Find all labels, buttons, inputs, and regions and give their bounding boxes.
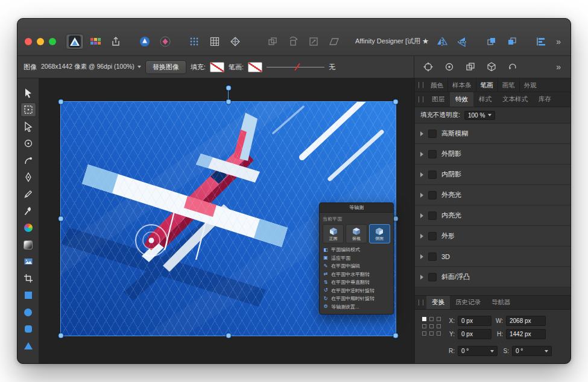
pixel-persona-button[interactable] [136, 34, 154, 49]
snapping-overflow-button[interactable]: » [552, 62, 564, 72]
iso-menu-item[interactable]: ↻在平面中顺时针旋转 [323, 295, 390, 303]
tab-appearance[interactable]: 外观 [520, 78, 541, 92]
selection-handle[interactable] [226, 333, 231, 339]
chevron-right-icon[interactable] [420, 172, 423, 177]
flip-horizontal-button[interactable] [433, 34, 451, 49]
selection-handle[interactable] [393, 333, 399, 339]
effect-row-outer-glow[interactable]: 外亮光 [415, 185, 571, 205]
effect-checkbox[interactable] [428, 211, 437, 220]
iso-menu-item[interactable]: ✎在平面中编辑 [323, 262, 390, 271]
chevron-right-icon[interactable] [420, 275, 423, 280]
selection-handle[interactable] [393, 99, 399, 105]
color-grid-button[interactable] [86, 34, 104, 49]
effect-row-bevel-emboss[interactable]: 斜面/浮凸 [415, 267, 571, 287]
tab-styles[interactable]: 样式 [473, 92, 497, 107]
chevron-right-icon[interactable] [420, 193, 423, 198]
cycle-selection-toggle[interactable] [441, 60, 457, 74]
transparency-tool[interactable] [21, 237, 36, 252]
replace-image-button[interactable]: 替换图像 [145, 60, 186, 74]
effect-row-inner-glow[interactable]: 内亮光 [415, 205, 571, 226]
tab-color[interactable]: 颜色 [426, 78, 448, 92]
duplicate-button[interactable] [264, 34, 282, 49]
tab-stock[interactable]: 库存 [533, 92, 557, 107]
fill-opacity-dropdown[interactable]: 100 % [464, 111, 495, 120]
share-button[interactable] [107, 34, 125, 49]
tab-navigator[interactable]: 导航器 [486, 296, 516, 309]
export-persona-button[interactable] [156, 34, 174, 49]
transform-origin-toggle[interactable] [420, 60, 436, 74]
corner-tool[interactable] [21, 153, 36, 168]
selection-handle[interactable] [58, 99, 64, 105]
iso-grid-button[interactable] [226, 34, 244, 49]
move-tool[interactable] [21, 86, 36, 100]
frame-tool[interactable] [21, 102, 36, 117]
selection-handle[interactable] [226, 99, 231, 105]
node-tool[interactable] [21, 119, 36, 134]
tab-stroke[interactable]: 笔画 [476, 78, 498, 92]
shear-object-button[interactable] [325, 34, 343, 49]
tab-brushes[interactable]: 画笔 [498, 78, 520, 92]
tab-text-styles[interactable]: 文本样式 [497, 92, 533, 107]
ellipse-tool[interactable] [21, 305, 36, 319]
toolbar-overflow-button[interactable]: » [552, 37, 564, 46]
transform-y-input[interactable]: 0 px [458, 329, 492, 339]
effect-checkbox[interactable] [428, 273, 437, 281]
move-backward-button[interactable] [503, 34, 521, 49]
zoom-window-button[interactable] [49, 38, 56, 45]
tab-transform[interactable]: 变换 [426, 296, 450, 309]
iso-menu-item[interactable]: ⇅在平面中垂直翻转 [323, 278, 390, 287]
place-image-tool[interactable] [21, 254, 36, 269]
rounded-rectangle-tool[interactable] [21, 322, 36, 336]
effect-checkbox[interactable] [428, 150, 437, 158]
selection-handle[interactable] [58, 216, 64, 222]
effect-checkbox[interactable] [428, 130, 437, 138]
chevron-right-icon[interactable] [420, 213, 423, 218]
rotation-handle[interactable] [226, 86, 231, 91]
rotate-object-button[interactable] [284, 34, 302, 49]
tab-swatches[interactable]: 样本条 [448, 78, 476, 92]
rectangle-tool[interactable] [21, 288, 36, 302]
dot-grid-button[interactable] [185, 34, 203, 49]
effect-checkbox[interactable] [428, 252, 437, 261]
selection-handle[interactable] [58, 333, 64, 339]
transform-w-input[interactable]: 2068 px [506, 316, 546, 326]
close-window-button[interactable] [25, 38, 32, 45]
anchor-point-selector[interactable] [422, 317, 441, 336]
transform-rotation-dropdown[interactable]: 0 ° [458, 346, 498, 356]
vector-brush-tool[interactable] [21, 204, 36, 218]
point-transform-tool[interactable] [21, 136, 36, 151]
transform-x-input[interactable]: 0 px [458, 316, 492, 326]
vector-crop-tool[interactable] [21, 271, 36, 286]
edit-all-layers-toggle[interactable] [463, 60, 478, 74]
fill-swatch[interactable] [210, 62, 224, 72]
transform-box-toggle[interactable] [484, 60, 499, 74]
iso-menu-item[interactable]: ▣适应平面 [323, 254, 390, 263]
chevron-right-icon[interactable] [420, 131, 423, 136]
effect-row-gaussian-blur[interactable]: 高斯模糊 [415, 124, 571, 144]
pencil-tool[interactable] [21, 187, 36, 201]
rotation-snap-toggle[interactable] [505, 60, 520, 74]
plane-top-button[interactable]: 俯视 [346, 224, 367, 243]
panel-grip[interactable] [419, 82, 423, 88]
triangle-tool[interactable] [21, 339, 36, 353]
effect-row-inner-shadow[interactable]: 内阴影 [415, 164, 571, 185]
minimize-window-button[interactable] [37, 38, 44, 45]
affinity-logo-button[interactable] [66, 34, 84, 49]
stroke-swatch[interactable] [248, 62, 262, 72]
fill-gradient-tool[interactable] [21, 221, 36, 235]
effect-row-outer-shadow[interactable]: 外阴影 [415, 144, 571, 164]
chevron-right-icon[interactable] [420, 234, 423, 239]
chevron-right-icon[interactable] [420, 152, 423, 157]
transform-h-input[interactable]: 1442 px [506, 329, 546, 339]
iso-menu-item[interactable]: ◧平面编辑模式 [323, 246, 390, 254]
scale-object-button[interactable] [305, 34, 323, 49]
flip-vertical-button[interactable] [454, 34, 472, 49]
image-size-dropdown[interactable]: 2068x1442 像素 @ 96dpi (100%) [41, 63, 141, 71]
plane-front-button[interactable]: 正面 [323, 224, 344, 243]
pen-tool[interactable] [21, 170, 36, 184]
effect-row-3d[interactable]: 3D [415, 246, 571, 267]
move-forward-button[interactable] [482, 34, 501, 49]
effect-checkbox[interactable] [428, 191, 437, 199]
iso-menu-item[interactable]: ↺在平面中逆时针旋转 [323, 287, 390, 295]
iso-menu-item[interactable]: ⇄在平面中水平翻转 [323, 271, 390, 279]
